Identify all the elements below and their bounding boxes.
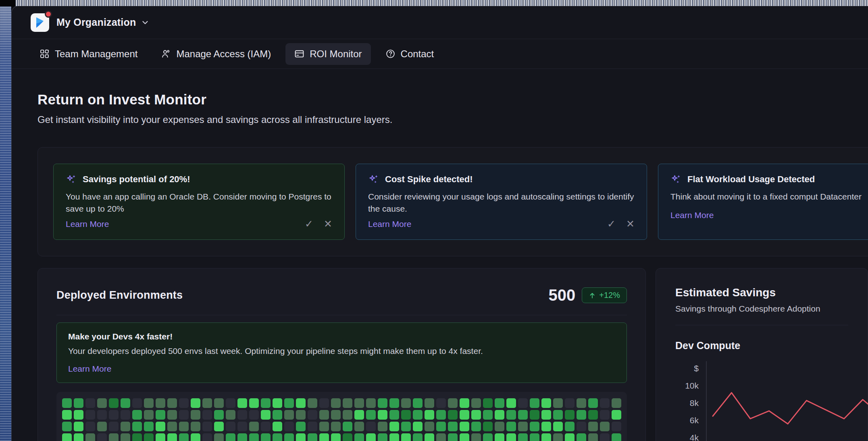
heatmap-cell	[319, 433, 329, 441]
heatmap-cell	[577, 433, 586, 441]
learn-more-link[interactable]: Learn More	[68, 364, 615, 374]
heatmap-cell	[518, 410, 528, 420]
heatmap-cell	[179, 422, 189, 431]
alert-title: Cost Spike detected!	[385, 174, 473, 185]
learn-more-link[interactable]: Learn More	[66, 219, 109, 229]
heatmap-cell	[284, 433, 294, 441]
heatmap-cell	[565, 433, 575, 441]
heatmap-cell	[471, 422, 481, 431]
heatmap-cell	[343, 422, 352, 431]
check-icon[interactable]: ✓	[607, 218, 616, 230]
heatmap-cell	[179, 410, 189, 420]
org-logo[interactable]	[31, 13, 49, 32]
heatmap-cell	[62, 433, 72, 441]
heatmap-cell	[214, 422, 224, 431]
heatmap-cell	[448, 410, 458, 420]
org-switcher[interactable]: My Organization	[56, 17, 150, 28]
heatmap-cell	[284, 422, 294, 431]
heatmap-cell	[378, 398, 387, 408]
heatmap-cell	[600, 410, 610, 420]
heatmap-cell	[588, 422, 598, 431]
learn-more-link[interactable]: Learn More	[368, 219, 411, 229]
heatmap-cell	[448, 398, 458, 408]
heatmap-cell	[167, 422, 177, 431]
callout-title: Make your Devs 4x faster!	[68, 332, 615, 341]
heatmap-cell	[144, 410, 154, 420]
heatmap-cell	[436, 398, 446, 408]
heatmap-cell	[343, 433, 352, 441]
heatmap-cell	[121, 422, 130, 431]
heatmap-cell	[553, 410, 563, 420]
heatmap-cell	[612, 410, 621, 420]
heatmap-cell	[413, 398, 423, 408]
heatmap-cell	[378, 410, 387, 420]
heatmap-cell	[389, 433, 399, 441]
tab-contact[interactable]: Contact	[377, 43, 443, 65]
devs-faster-callout: Make your Devs 4x faster! Your developer…	[56, 322, 627, 383]
tab-label: Manage Access (IAM)	[176, 48, 271, 60]
heatmap-cell	[425, 433, 434, 441]
heatmap-cell	[144, 422, 154, 431]
alert-card-savings-potential: Savings potential of 20%! You have an ap…	[53, 164, 345, 240]
tab-roi-monitor[interactable]: ROI Monitor	[285, 43, 371, 65]
heatmap-cell	[612, 422, 621, 431]
heatmap-cell	[237, 422, 247, 431]
heatmap-cell	[389, 422, 399, 431]
heatmap-cell	[167, 410, 177, 420]
heatmap-cell	[471, 410, 481, 420]
heatmap-cell	[448, 422, 458, 431]
alert-card-flat-workload: Flat Workload Usage Detected Think about…	[658, 164, 868, 240]
tab-team-management[interactable]: Team Management	[31, 43, 146, 65]
close-icon[interactable]: ✕	[626, 218, 635, 230]
heatmap-cell	[132, 433, 142, 441]
heatmap-cell	[577, 422, 586, 431]
heatmap-cell	[460, 398, 469, 408]
heatmap-cell	[214, 433, 224, 441]
codesphere-logo-icon	[34, 17, 46, 29]
help-circle-icon	[385, 49, 395, 59]
heatmap-cell	[202, 410, 212, 420]
heatmap-cell	[506, 433, 516, 441]
check-icon[interactable]: ✓	[305, 218, 313, 230]
heatmap-cell	[202, 398, 212, 408]
heatmap-cell	[401, 398, 411, 408]
heatmap-cell	[343, 398, 352, 408]
dev-compute-line-series	[713, 393, 868, 424]
heatmap-cell	[343, 410, 352, 420]
heatmap-cell	[249, 410, 259, 420]
heatmap-cell	[495, 422, 504, 431]
heatmap-cell	[296, 433, 306, 441]
heatmap-cell	[506, 398, 516, 408]
heatmap-cell	[202, 433, 212, 441]
close-icon[interactable]: ✕	[324, 218, 332, 230]
heatmap-cell	[553, 433, 563, 441]
heatmap-cell	[460, 422, 469, 431]
heatmap-cell	[483, 398, 493, 408]
sparkles-icon	[670, 174, 682, 185]
heatmap-cell	[273, 410, 282, 420]
heatmap-cell	[261, 422, 271, 431]
heatmap-cell	[389, 398, 399, 408]
heatmap-cell	[541, 433, 551, 441]
heatmap-cell	[308, 433, 317, 441]
estimated-savings-panel: Estimated Savings Savings through Codesp…	[656, 268, 868, 441]
heatmap-cell	[167, 433, 177, 441]
heatmap-cell	[600, 433, 610, 441]
heatmap-cell	[319, 422, 329, 431]
heatmap-cell	[471, 433, 481, 441]
tab-manage-access-iam[interactable]: Manage Access (IAM)	[152, 43, 280, 65]
heatmap-cell	[448, 433, 458, 441]
heatmap-cell	[518, 422, 528, 431]
heatmap-cell	[460, 410, 469, 420]
heatmap-cell	[144, 433, 154, 441]
heatmap-cell	[132, 422, 142, 431]
heatmap-cell	[191, 398, 200, 408]
top-bar: My Organization	[12, 6, 868, 39]
main-content: Return on Invest Monitor Get instant vis…	[12, 69, 868, 441]
heatmap-cell	[85, 433, 95, 441]
heatmap-cell	[518, 433, 528, 441]
heatmap-cell	[284, 398, 294, 408]
heatmap-cell	[132, 398, 142, 408]
sparkles-icon	[368, 174, 379, 185]
learn-more-link[interactable]: Learn More	[670, 210, 714, 220]
